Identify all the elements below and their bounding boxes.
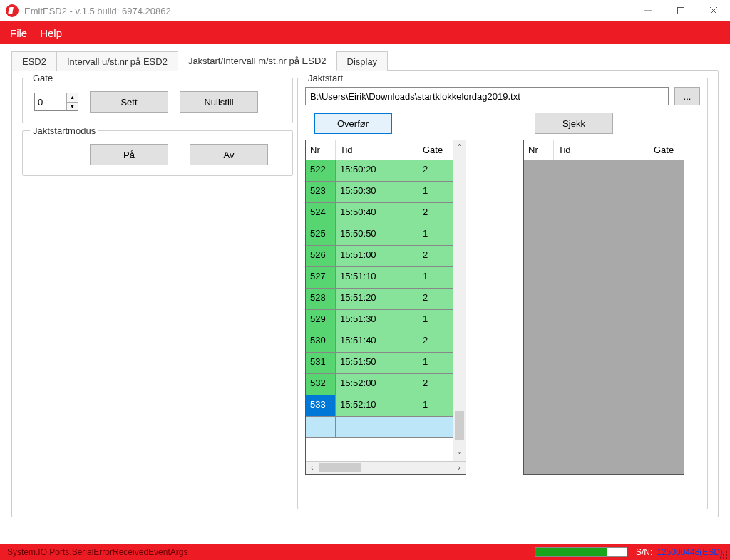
right-table[interactable]: Nr Tid Gate: [523, 140, 684, 475]
table-row[interactable]: 52815:51:202: [306, 289, 453, 310]
table-row[interactable]: 53315:52:101: [306, 395, 453, 417]
col-tid[interactable]: Tid: [336, 140, 418, 160]
maximize-button[interactable]: [664, 0, 697, 21]
table-row[interactable]: 52215:50:202: [306, 160, 453, 182]
close-button[interactable]: [697, 0, 730, 21]
cell-gate: 1: [418, 267, 453, 288]
menu-file[interactable]: File: [10, 27, 27, 39]
nullstill-button[interactable]: Nullstill: [180, 91, 258, 113]
gate-legend: Gate: [30, 73, 56, 83]
col-tid-r[interactable]: Tid: [554, 140, 649, 160]
cell-nr: 523: [306, 182, 336, 202]
status-error-text: System.IO.Ports.SerialErrorReceivedEvent…: [7, 547, 535, 557]
cell-tid: 15:52:10: [336, 395, 418, 416]
left-table-body[interactable]: 52215:50:20252315:50:30152415:50:4025251…: [306, 160, 453, 461]
window-title: EmitESD2 - v.1.5 build: 6974.20862: [24, 6, 632, 16]
cell-tid: 15:50:50: [336, 224, 418, 245]
titlebar: EmitESD2 - v.1.5 build: 6974.20862: [0, 0, 730, 21]
tab-jakstart[interactable]: Jakstart/Intervall m/st.nr på ESD2: [178, 51, 337, 71]
sett-button[interactable]: Sett: [90, 91, 168, 113]
col-gate-r[interactable]: Gate: [649, 140, 684, 160]
tab-display[interactable]: Display: [336, 51, 389, 71]
menu-help[interactable]: Help: [40, 27, 62, 39]
cell-gate: 2: [418, 374, 453, 395]
cell-nr: 530: [306, 331, 336, 352]
cell-tid: 15:51:00: [336, 246, 418, 266]
left-table-header: Nr Tid Gate: [306, 140, 453, 160]
browse-button[interactable]: ...: [674, 87, 700, 105]
cell-gate: 1: [418, 395, 453, 416]
cell-gate: 2: [418, 203, 453, 224]
cell-tid: 15:51:30: [336, 310, 418, 331]
table-row[interactable]: 53115:51:501: [306, 353, 453, 374]
table-row[interactable]: 52315:50:301: [306, 182, 453, 203]
cell-nr: 533: [306, 395, 336, 416]
jaktstart-legend: Jaktstart: [305, 73, 346, 83]
table-row[interactable]: 52715:51:101: [306, 267, 453, 289]
table-row[interactable]: 53215:52:002: [306, 374, 453, 395]
table-row-empty[interactable]: [306, 417, 453, 438]
resize-grip-icon[interactable]: [717, 549, 727, 559]
pa-button[interactable]: På: [90, 144, 168, 165]
gate-spin-down[interactable]: ▼: [67, 103, 78, 111]
table-row[interactable]: 52915:51:301: [306, 310, 453, 331]
path-input[interactable]: [305, 87, 669, 105]
cell-gate: 1: [418, 224, 453, 245]
svg-rect-1: [678, 8, 684, 14]
overfor-button[interactable]: Overfør: [314, 113, 392, 134]
cell-nr: 528: [306, 289, 336, 309]
cell-tid: 15:51:50: [336, 353, 418, 373]
table-row[interactable]: 52515:50:501: [306, 224, 453, 246]
col-nr-r[interactable]: Nr: [524, 140, 554, 160]
cell-tid: 15:51:20: [336, 289, 418, 309]
sjekk-button[interactable]: Sjekk: [535, 113, 613, 134]
av-button[interactable]: Av: [190, 144, 268, 165]
col-nr[interactable]: Nr: [306, 140, 336, 160]
tab-page: Gate ▲ ▼ Sett Nullstill Jaktstartmodus P…: [11, 70, 719, 517]
statusbar: System.IO.Ports.SerialErrorReceivedEvent…: [0, 544, 730, 560]
minimize-button[interactable]: [632, 0, 664, 21]
cell-gate: 1: [418, 310, 453, 331]
cell-tid: 15:51:40: [336, 331, 418, 352]
gate-spinner[interactable]: ▲ ▼: [34, 93, 78, 111]
cell-nr: 532: [306, 374, 336, 395]
gate-value-input[interactable]: [35, 93, 66, 110]
sn-value: 125000448(ESD): [657, 547, 723, 557]
left-table[interactable]: Nr Tid Gate 52215:50:20252315:50:3015241…: [305, 140, 466, 475]
scroll-left-icon[interactable]: ‹: [306, 462, 319, 474]
vscrollbar[interactable]: ˄ ˅: [453, 140, 466, 461]
right-table-header: Nr Tid Gate: [524, 140, 684, 160]
scroll-up-icon[interactable]: ˄: [453, 140, 466, 153]
scroll-down-icon[interactable]: ˅: [453, 448, 466, 461]
table-row[interactable]: 52415:50:402: [306, 203, 453, 224]
scroll-thumb[interactable]: [455, 411, 464, 440]
cell-nr: 531: [306, 353, 336, 373]
table-row[interactable]: 53015:51:402: [306, 331, 453, 353]
hscroll-thumb[interactable]: [319, 463, 361, 472]
cell-nr: 529: [306, 310, 336, 331]
cell-tid: 15:52:00: [336, 374, 418, 395]
cell-tid: 15:51:10: [336, 267, 418, 288]
cell-gate: 2: [418, 160, 453, 181]
cell-nr: 526: [306, 246, 336, 266]
cell-nr: 522: [306, 160, 336, 181]
progress-bar: [535, 547, 627, 557]
cell-nr: 525: [306, 224, 336, 245]
table-row[interactable]: 52615:51:002: [306, 246, 453, 267]
gate-spin-up[interactable]: ▲: [67, 93, 78, 103]
cell-gate: 2: [418, 289, 453, 309]
gate-group: Gate ▲ ▼ Sett Nullstill: [22, 78, 293, 123]
tab-intervall-u[interactable]: Intervall u/st.nr på ESD2: [56, 51, 178, 71]
cell-nr: 524: [306, 203, 336, 224]
cell-tid: 15:50:40: [336, 203, 418, 224]
tab-esd2[interactable]: ESD2: [11, 51, 57, 71]
col-gate[interactable]: Gate: [418, 140, 453, 160]
cell-gate: 1: [418, 353, 453, 373]
hscrollbar[interactable]: ‹ ›: [306, 461, 466, 474]
scroll-right-icon[interactable]: ›: [453, 462, 466, 474]
cell-gate: 1: [418, 182, 453, 202]
cell-nr: 527: [306, 267, 336, 288]
tab-strip: ESD2 Intervall u/st.nr på ESD2 Jakstart/…: [0, 44, 730, 70]
cell-tid: 15:50:30: [336, 182, 418, 202]
cell-gate: 2: [418, 246, 453, 266]
